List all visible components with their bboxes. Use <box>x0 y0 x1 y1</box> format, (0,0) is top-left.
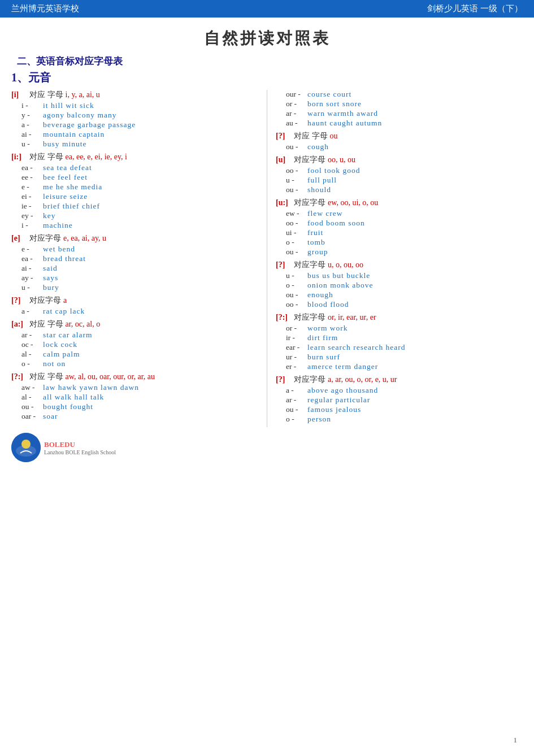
phoneme-row: or -worm work <box>286 324 523 333</box>
phoneme-label: 对应字母 <box>294 260 325 270</box>
row-prefix: ie - <box>21 202 42 211</box>
logo-circle <box>11 433 41 462</box>
phoneme-header: [u:]对应字母 ew, oo, ui, o, ou <box>276 198 523 208</box>
row-prefix: oo - <box>286 219 306 228</box>
row-words: mountain captain <box>43 130 105 139</box>
row-prefix: a - <box>286 386 306 395</box>
logo-text-area: BOLEDU Lanzhou BOLE English School <box>44 440 116 455</box>
phoneme-row: ee -bee feel feet <box>21 173 258 182</box>
row-prefix: or - <box>286 324 306 333</box>
row-prefix: oo - <box>286 166 306 175</box>
phoneme-row: oo -blood flood <box>286 300 523 309</box>
phoneme-label: 对应 字母 <box>29 90 63 100</box>
phoneme-row: e -wet bend <box>21 245 258 254</box>
row-prefix: o - <box>286 415 306 424</box>
row-prefix: a - <box>21 120 42 129</box>
phoneme-label: 对应 字母 <box>294 131 328 141</box>
phoneme-symbol: [?] <box>276 260 292 270</box>
phoneme-row: ir -dirt firm <box>286 333 523 342</box>
phoneme-row: or -born sort snore <box>286 99 523 108</box>
row-prefix: ey - <box>21 211 42 220</box>
phoneme-row: ou -cough <box>286 142 523 151</box>
row-words: soar <box>43 412 58 421</box>
phoneme-row: ur -burn surf <box>286 353 523 362</box>
phoneme-row: al -all walk hall talk <box>21 393 258 402</box>
row-words: brief thief chief <box>43 202 100 211</box>
phoneme-row: ou -should <box>286 185 523 194</box>
phoneme-letters: ou <box>330 132 338 141</box>
phoneme-letters: i, y, a, ai, u <box>66 90 100 99</box>
phoneme-header: [?]对应 字母 ou <box>276 131 523 141</box>
phoneme-header: [?]对应字母 a, ar, ou, o, or, e, u, ur <box>276 375 523 385</box>
row-words: all walk hall talk <box>43 393 104 402</box>
phoneme-letters: or, ir, ear, ur, er <box>328 313 376 322</box>
phoneme-row: ai -mountain captain <box>21 130 258 139</box>
row-prefix: i - <box>21 221 42 230</box>
phoneme-block: [?:]对应字母 or, ir, ear, ur, eror -worm wor… <box>276 312 523 371</box>
phoneme-symbol: [u] <box>276 155 292 164</box>
phoneme-row: ou -famous jealous <box>286 405 523 414</box>
phoneme-block: [i]对应 字母 i, y, a, ai, ui -it hill wit si… <box>11 90 258 149</box>
row-words: says <box>43 273 58 283</box>
row-prefix: i - <box>21 101 42 110</box>
row-words: leisure seize <box>43 192 88 201</box>
phoneme-row: o -not on <box>21 359 258 368</box>
phoneme-row: oo -fool took good <box>286 166 523 175</box>
row-prefix: au - <box>286 119 306 128</box>
row-prefix: ew - <box>286 209 306 218</box>
row-words: onion monk above <box>307 281 374 290</box>
column-divider <box>267 90 267 427</box>
row-prefix: o - <box>21 359 42 368</box>
section-title: 二、英语音标对应字母表 <box>17 55 534 68</box>
row-prefix: ou - <box>21 402 42 411</box>
phoneme-row: ar -warn warmth award <box>286 109 523 118</box>
phoneme-symbol: [e] <box>11 234 27 243</box>
row-prefix: aw - <box>21 383 42 392</box>
phoneme-row: al -calm palm <box>21 350 258 359</box>
row-prefix: o - <box>286 281 306 290</box>
row-words: haunt caught autumn <box>307 119 382 128</box>
row-words: regular particular <box>307 396 370 405</box>
row-words: calm palm <box>43 350 80 359</box>
phoneme-label: 对应 字母 <box>29 319 63 329</box>
row-prefix: ee - <box>21 173 42 182</box>
phoneme-header: [a:]对应 字母 ar, oc, al, o <box>11 319 258 329</box>
row-words: me he she media <box>43 183 102 192</box>
phoneme-header: [e]对应字母 e, ea, ai, ay, u <box>11 233 258 244</box>
phoneme-row: ie -brief thief chief <box>21 202 258 211</box>
phoneme-header: [?:]对应 字母 aw, al, ou, oar, our, or, ar, … <box>11 372 258 382</box>
row-prefix: ar - <box>286 109 306 118</box>
phoneme-row: ey -key <box>21 211 258 220</box>
row-words: fool took good <box>307 166 361 175</box>
phoneme-symbol: [i] <box>11 90 27 99</box>
phoneme-row: u -full pull <box>286 176 523 185</box>
phoneme-header: [?]对应字母 a <box>11 296 258 306</box>
phoneme-label: 对应字母 <box>29 296 61 306</box>
phoneme-label: 对应字母 <box>294 375 325 385</box>
row-words: food boom soon <box>307 219 365 228</box>
row-words: full pull <box>307 176 337 185</box>
row-words: person <box>307 415 331 424</box>
phoneme-row: a -rat cap lack <box>21 307 258 316</box>
book-title: 剑桥少儿英语 一级（下） <box>427 3 523 14</box>
phoneme-row: u -bus us but buckle <box>286 271 523 280</box>
row-words: it hill wit sick <box>43 101 94 110</box>
row-prefix: ir - <box>286 333 306 342</box>
row-prefix: u - <box>286 176 306 185</box>
row-prefix: ay - <box>21 273 42 283</box>
phoneme-row: o -person <box>286 415 523 424</box>
phoneme-row: a -above ago thousand <box>286 386 523 395</box>
phoneme-letters: e, ea, ai, ay, u <box>63 234 106 243</box>
row-words: rat cap lack <box>43 307 85 316</box>
row-words: born sort snore <box>307 99 362 108</box>
row-prefix: our - <box>286 90 306 99</box>
row-prefix: oc - <box>21 340 42 349</box>
phoneme-block: our -course courtor -born sort snorear -… <box>276 90 523 128</box>
phoneme-letters: oo, u, ou <box>328 155 355 164</box>
row-prefix: ei - <box>21 192 42 201</box>
row-prefix: ea - <box>21 163 42 172</box>
row-prefix: y - <box>21 111 42 120</box>
phoneme-block: [u]对应字母 oo, u, ouoo -fool took goodu -fu… <box>276 155 523 194</box>
row-prefix: u - <box>21 283 42 292</box>
phoneme-label: 对应字母 <box>294 198 325 208</box>
